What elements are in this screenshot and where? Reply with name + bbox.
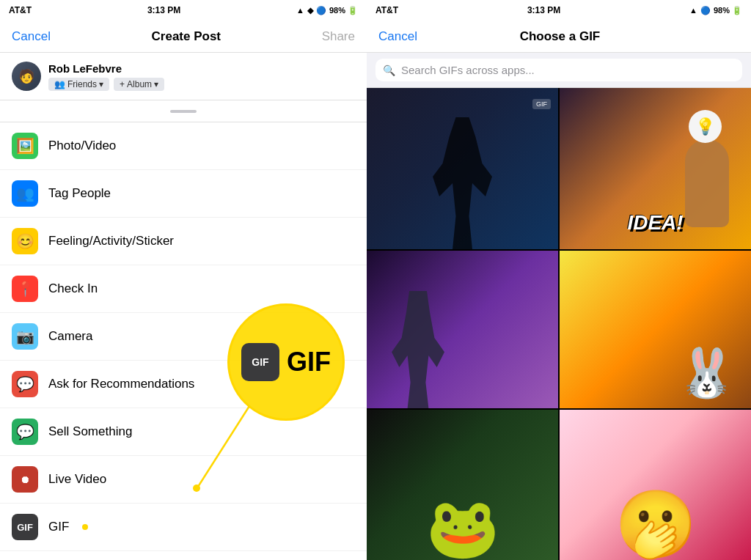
user-name: Rob LeFebvre (48, 62, 164, 75)
status-bar-left: AT&T 3:13 PM ▲ ◆ 🔵 98% 🔋 (0, 0, 367, 21)
friends-badge[interactable]: 👥 Friends ▾ (48, 78, 109, 91)
gif-dot-indicator (82, 524, 88, 530)
cancel-button-right[interactable]: Cancel (378, 29, 417, 44)
share-button[interactable]: Share (322, 29, 355, 44)
minion-figure: 🐰 (677, 345, 736, 401)
signal-icon-right: ▲ (689, 6, 697, 15)
scroll-handle (170, 110, 197, 113)
man-figure (389, 291, 447, 408)
location-icon: ◆ (307, 6, 313, 15)
status-icons-right: ▲ 🔵 98% 🔋 (689, 6, 742, 15)
gif-cell-4[interactable]: 🐰 (560, 251, 751, 408)
person-body (685, 139, 729, 227)
carrier-right: AT&T (376, 5, 398, 15)
choose-gif-title: Choose a GIF (520, 29, 601, 44)
gif-cell-5[interactable]: 🐸 (367, 410, 558, 560)
friends-chevron: ▾ (99, 79, 103, 89)
gif-label: GIF (48, 520, 69, 534)
feeling-icon: 😊 (12, 228, 38, 254)
scroll-indicator (0, 100, 367, 122)
menu-item-live-video[interactable]: ⏺ Live Video (0, 456, 367, 504)
photo-video-icon: 🖼️ (12, 133, 38, 159)
sell-something-icon: 💬 (12, 419, 38, 445)
avatar: 🧑 (12, 62, 41, 91)
camera-label: Camera (48, 329, 92, 344)
battery-left: 98% 🔋 (329, 6, 358, 15)
album-icon: + (120, 79, 125, 89)
search-bar: 🔍 Search GIFs across apps... (367, 53, 751, 88)
bluetooth-icon: 🔵 (316, 6, 326, 15)
gif-icon: GIF (12, 514, 38, 540)
menu-item-photo-video[interactable]: 🖼️ Photo/Video (0, 122, 367, 170)
covering-mouth-figure: 🫢 (615, 486, 697, 560)
bluetooth-icon-right: 🔵 (700, 6, 711, 15)
nav-bar-left: Cancel Create Post Share (0, 21, 367, 53)
user-info: Rob LeFebvre 👥 Friends ▾ + Album ▾ (48, 62, 164, 91)
menu-item-gif[interactable]: GIF GIF (0, 504, 367, 551)
gif-cell-2[interactable]: 💡 IDEA! (560, 88, 751, 249)
gif-text-large: GIF (287, 347, 331, 377)
check-in-label: Check In (48, 281, 98, 296)
signal-icon: ▲ (296, 6, 304, 15)
cancel-button-left[interactable]: Cancel (12, 29, 51, 44)
live-video-label: Live Video (48, 472, 106, 487)
tag-people-icon: 👥 (12, 180, 38, 207)
kermit-figure: 🐸 (426, 494, 499, 560)
gif-grid: GIF 💡 IDEA! 🐰 🐸 🫢 (367, 88, 751, 560)
feeling-label: Feeling/Activity/Sticker (48, 234, 174, 248)
friends-icon: 👥 (54, 79, 65, 89)
gif-cell-3[interactable] (367, 251, 558, 408)
battery-right: 98% 🔋 (714, 6, 742, 15)
create-post-title: Create Post (152, 29, 221, 44)
ask-recommendations-icon: 💬 (12, 371, 38, 397)
menu-item-check-in[interactable]: 📍 Check In (0, 265, 367, 313)
album-chevron: ▾ (154, 79, 158, 89)
status-bar-right: AT&T 3:13 PM ▲ 🔵 98% 🔋 (367, 0, 751, 21)
ask-recommendations-label: Ask for Recommendations (48, 377, 194, 391)
photo-video-label: Photo/Video (48, 139, 116, 153)
camera-icon: 📷 (12, 323, 38, 350)
menu-item-feeling-activity[interactable]: 😊 Feeling/Activity/Sticker (0, 218, 367, 265)
gif-cell-6[interactable]: 🫢 (560, 410, 751, 560)
gif-badge-large: GIF (241, 343, 279, 381)
avatar-image: 🧑 (12, 62, 41, 91)
left-panel: AT&T 3:13 PM ▲ ◆ 🔵 98% 🔋 Cancel Create P… (0, 0, 367, 560)
search-placeholder: Search GIFs across apps... (401, 64, 535, 76)
tag-people-label: Tag People (48, 186, 111, 201)
menu-item-background-color[interactable]: Aa Background Color (0, 551, 367, 560)
carrier-left: AT&T (9, 5, 32, 15)
time-right: 3:13 PM (527, 5, 560, 15)
menu-item-sell-something[interactable]: 💬 Sell Something (0, 408, 367, 456)
wrestler-figure (430, 117, 496, 249)
gif-1-watermark: GIF (532, 99, 551, 109)
search-input-wrap[interactable]: 🔍 Search GIFs across apps... (376, 59, 742, 81)
gif-callout-overlay: GIF GIF (227, 303, 345, 421)
user-row: 🧑 Rob LeFebvre 👥 Friends ▾ + Album ▾ (0, 53, 367, 100)
sell-something-label: Sell Something (48, 424, 132, 439)
album-badge[interactable]: + Album ▾ (114, 78, 164, 91)
check-in-icon: 📍 (12, 276, 38, 302)
nav-bar-right: Cancel Choose a GIF (367, 21, 751, 53)
right-panel: AT&T 3:13 PM ▲ 🔵 98% 🔋 Cancel Choose a G… (367, 0, 751, 560)
gif-cell-1[interactable]: GIF (367, 88, 558, 249)
idea-text: IDEA! (627, 211, 683, 235)
lightbulb-head: 💡 (689, 110, 722, 143)
status-icons-left: ▲ ◆ 🔵 98% 🔋 (296, 6, 358, 15)
time-left: 3:13 PM (147, 5, 180, 15)
live-video-icon: ⏺ (12, 466, 38, 493)
user-badges: 👥 Friends ▾ + Album ▾ (48, 78, 164, 91)
menu-item-tag-people[interactable]: 👥 Tag People (0, 170, 367, 218)
search-icon: 🔍 (383, 65, 395, 76)
